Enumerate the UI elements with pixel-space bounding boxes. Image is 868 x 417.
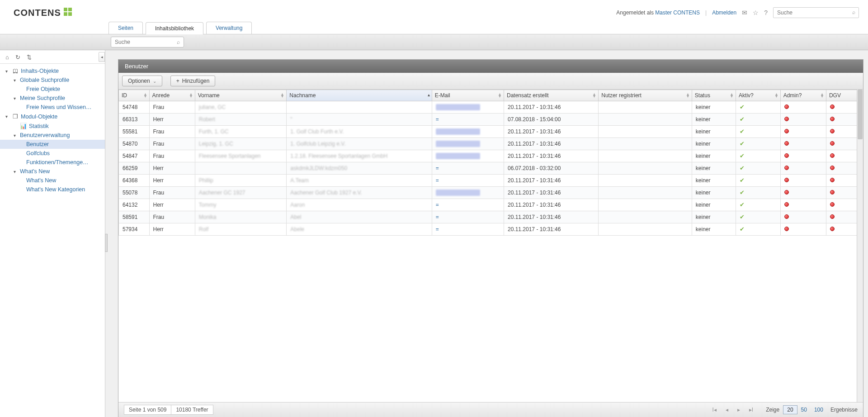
check-icon: ✔ (740, 215, 745, 219)
content-search-input[interactable] (111, 37, 184, 47)
page-size-20[interactable]: 20 (783, 405, 797, 414)
tab-seiten[interactable]: Seiten (108, 22, 143, 34)
cell-nachname: A.Team (287, 175, 432, 187)
last-page-icon[interactable]: ▸I (746, 407, 756, 413)
expand-arrow-icon: ▾ (5, 69, 11, 74)
table-row[interactable]: 64132HerrTommyAaron=20.11.2017 - 10:31:4… (119, 199, 863, 211)
sidebar-item-statistik[interactable]: 📊Statistik (0, 121, 105, 131)
table-row[interactable]: 55581FrauFurth, 1. GC1. Golf Club Furth … (119, 126, 863, 138)
sidebar-item-what-s-new[interactable]: ▾What's New (0, 167, 105, 176)
star-icon[interactable]: ☆ (753, 9, 759, 16)
check-icon: ✔ (740, 191, 745, 194)
sidebar-item-benutzer[interactable]: Benutzer (0, 140, 105, 149)
chart-icon: 📊 (20, 123, 27, 129)
sidebar-item-inhalts-objekte[interactable]: ▾🕮Inhalts-Objekte (0, 66, 105, 76)
col-anrede[interactable]: Anrede▴▾ (149, 90, 195, 101)
cube-icon: ❒ (12, 113, 19, 120)
email-link[interactable]: = (436, 202, 439, 208)
table-row[interactable]: 64368HerrPhillipA.Team=20.11.2017 - 10:3… (119, 175, 863, 187)
status-red-icon (830, 202, 835, 207)
status-red-icon (784, 153, 789, 158)
cell-status: keiner (692, 211, 736, 223)
page-size-50[interactable]: 50 (797, 406, 811, 414)
col-e-mail[interactable]: E-Mail▴▾ (432, 90, 504, 101)
email-link[interactable]: = (436, 226, 439, 232)
scrollbar-thumb[interactable] (858, 90, 863, 139)
sidebar-item-freie-news-und-wissen-[interactable]: Freie News und Wissen… (0, 103, 105, 112)
cell-anrede: Herr (149, 199, 195, 211)
table-row[interactable]: 57934HerrRolfAbele=20.11.2017 - 10:31:46… (119, 223, 863, 236)
table-scroll[interactable]: ID▴▾Anrede▴▾Vorname▴▾Nachname▴E-Mail▴▾Da… (118, 90, 863, 402)
collapse-sidebar-icon[interactable]: ◂ (99, 52, 105, 62)
help-icon[interactable]: ? (764, 9, 768, 16)
sidebar-item-benutzerverwaltung[interactable]: ▾Benutzerverwaltung (0, 131, 105, 140)
global-search-input[interactable] (773, 7, 859, 18)
email-blurred: xxxxx@xxxxxxxx (436, 141, 480, 147)
sidebar-item-globale-suchprofile[interactable]: ▾Globale Suchprofile (0, 76, 105, 85)
options-button[interactable]: Optionen ⌄ (122, 76, 162, 86)
sidebar-resize-handle[interactable] (105, 234, 108, 252)
email-link[interactable]: = (436, 165, 439, 171)
sidebar-item-freie-objekte[interactable]: Freie Objekte (0, 85, 105, 94)
logout-link[interactable]: Abmelden (712, 9, 736, 16)
mail-icon[interactable]: ✉ (742, 9, 747, 16)
scrollbar-vertical[interactable] (857, 90, 863, 402)
next-page-icon[interactable]: ▸ (735, 407, 743, 413)
sidebar: ⌂ ↻ ⇅ ◂ ▾🕮Inhalts-Objekte▾Globale Suchpr… (0, 50, 105, 417)
pagination: I◂ ◂ ▸ ▸I Zeige 2050100 Ergebnisse (709, 407, 858, 413)
cell-nachname: Abele (287, 223, 432, 236)
search-icon[interactable]: ⌕ (177, 39, 180, 45)
tab-verwaltung[interactable]: Verwaltung (206, 22, 252, 34)
sidebar-item-modul-objekte[interactable]: ▾❒Modul-Objekte (0, 112, 105, 121)
email-link[interactable]: = (436, 214, 439, 220)
current-user-link[interactable]: Master CONTENS (655, 9, 700, 16)
sidebar-item-golfclubs[interactable]: Golfclubs (0, 149, 105, 158)
content-area: Benutzer Optionen ⌄ + Hinzufügen ID▴▾Anr… (105, 50, 868, 417)
status-red-icon (784, 129, 789, 133)
options-label: Optionen (128, 78, 150, 84)
cell-admin (780, 187, 826, 199)
col-vorname[interactable]: Vorname▴▾ (195, 90, 287, 101)
first-page-icon[interactable]: I◂ (709, 407, 719, 413)
table-row[interactable]: 58591FrauMonikaAbel=20.11.2017 - 10:31:4… (119, 211, 863, 223)
cell-nachname: 1.2.18. Fleesensee Sportanlagen GmbH (287, 150, 432, 162)
sidebar-item-funktionen-themenge-[interactable]: Funktionen/Themenge… (0, 158, 105, 167)
col-aktiv-[interactable]: Aktiv?▴▾ (736, 90, 781, 101)
expand-arrow-icon: ▾ (14, 78, 19, 83)
table-row[interactable]: 55078FrauAachener GC 1927Aachener Golf C… (119, 187, 863, 199)
cell-erstellt: 06.07.2018 - 03:32:00 (504, 162, 598, 175)
table-row[interactable]: 54847FrauFleesensee Sportanlagen1.2.18. … (119, 150, 863, 162)
col-nutzer-registriert[interactable]: Nutzer registriert▴▾ (599, 90, 692, 101)
sort-icon: ▴▾ (775, 93, 778, 97)
table-row[interactable]: 66313HerrRobert"=07.08.2018 - 15:04:00ke… (119, 114, 863, 126)
search-icon[interactable]: ⌕ (852, 9, 855, 15)
email-link[interactable]: = (436, 177, 439, 184)
col-datensatz-erstellt[interactable]: Datensatz erstellt▴▾ (504, 90, 598, 101)
home-icon[interactable]: ⌂ (5, 54, 9, 61)
sidebar-item-label: Globale Suchprofile (20, 77, 69, 83)
sidebar-item-what-s-new-kategorien[interactable]: What's New Kategorien (0, 185, 105, 194)
page-size-100[interactable]: 100 (811, 406, 827, 414)
sidebar-item-what-s-new[interactable]: What's New (0, 176, 105, 185)
email-link[interactable]: = (436, 116, 439, 123)
logged-in-label: Angemeldet als Master CONTENS (616, 9, 700, 16)
col-nachname[interactable]: Nachname▴ (287, 90, 432, 101)
col-admin-[interactable]: Admin?▴▾ (780, 90, 826, 101)
sidebar-item-label: Funktionen/Themenge… (26, 159, 89, 166)
tab-inhaltsbibliothek[interactable]: Inhaltsbibliothek (146, 22, 203, 34)
cell-aktiv: ✔ (736, 162, 781, 175)
table-row[interactable]: 54870FrauLeipzig, 1. GC1. Golfclub Leipz… (119, 138, 863, 150)
sidebar-item-meine-suchprofile[interactable]: ▾Meine Suchprofile (0, 94, 105, 103)
table-row[interactable]: 54748Fraujuliane, GCxxxxx@xxxxxxxx20.11.… (119, 101, 863, 114)
prev-page-icon[interactable]: ◂ (723, 407, 731, 413)
refresh-icon[interactable]: ↻ (15, 54, 20, 61)
cell-status: keiner (692, 187, 736, 199)
cell-registriert (599, 187, 692, 199)
settings-icon[interactable]: ⇅ (27, 54, 32, 61)
cell-admin (780, 199, 826, 211)
col-label: Status (695, 92, 710, 99)
col-status[interactable]: Status▴▾ (692, 90, 736, 101)
table-row[interactable]: 66259HerraskdmkJLDW:kdzm050=06.07.2018 -… (119, 162, 863, 175)
col-id[interactable]: ID▴▾ (119, 90, 150, 101)
add-button[interactable]: + Hinzufügen (170, 76, 216, 86)
